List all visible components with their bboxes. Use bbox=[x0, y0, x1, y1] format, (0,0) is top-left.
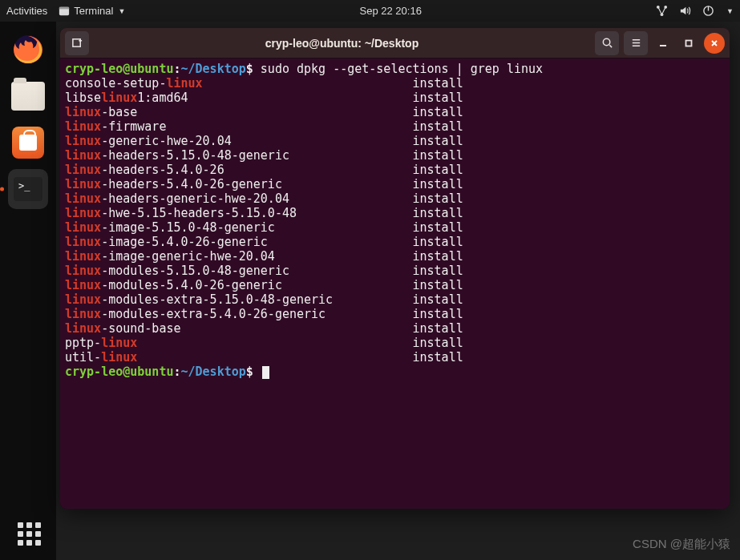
app-menu[interactable]: Terminal ▼ bbox=[59, 5, 125, 17]
output-line: linux-generic-hwe-20.04 install bbox=[65, 134, 725, 148]
system-status-area[interactable]: ▼ bbox=[656, 5, 734, 17]
output-line: console-setup-linux install bbox=[65, 76, 725, 91]
output-line: linux-headers-5.4.0-26 install bbox=[65, 163, 725, 177]
output-line: linux-image-5.4.0-26-generic install bbox=[65, 235, 725, 249]
dropdown-triangle-icon: ▼ bbox=[726, 7, 734, 15]
top-bar-left: Activities Terminal ▼ bbox=[6, 5, 125, 17]
new-tab-button[interactable] bbox=[65, 31, 89, 55]
close-icon bbox=[710, 39, 718, 47]
power-icon bbox=[702, 5, 714, 17]
new-tab-icon bbox=[71, 37, 83, 49]
activities-label: Activities bbox=[6, 5, 47, 17]
output-line: linux-modules-5.15.0-48-generic install bbox=[65, 264, 725, 278]
dock-terminal[interactable]: >_ bbox=[8, 169, 48, 209]
ubuntu-software-icon bbox=[12, 127, 44, 159]
window-title: cryp-leo@ubuntu: ~/Desktop bbox=[94, 37, 590, 50]
dropdown-triangle-icon: ▼ bbox=[118, 7, 125, 15]
dock-software[interactable] bbox=[8, 123, 48, 163]
menu-button[interactable] bbox=[624, 31, 648, 55]
output-line: linux-sound-base install bbox=[65, 321, 725, 336]
svg-rect-17 bbox=[686, 40, 692, 46]
output-line: linux-image-5.15.0-48-generic install bbox=[65, 220, 725, 235]
output-line: linux-headers-generic-hwe-20.04 install bbox=[65, 191, 725, 206]
terminal-icon: >_ bbox=[14, 177, 42, 201]
output-line: libselinux1:amd64 install bbox=[65, 91, 725, 105]
clock[interactable]: Sep 22 20:16 bbox=[360, 5, 422, 17]
prompt-line: cryp-leo@ubuntu:~/Desktop$ sudo dpkg --g… bbox=[65, 62, 725, 76]
show-applications-button[interactable] bbox=[18, 522, 41, 546]
clock-label: Sep 22 20:16 bbox=[360, 5, 422, 17]
output-line: linux-headers-5.4.0-26-generic install bbox=[65, 177, 725, 191]
search-icon bbox=[601, 37, 613, 49]
terminal-window: cryp-leo@ubuntu: ~/Desktop cryp-leo@ubun… bbox=[60, 28, 730, 509]
maximize-button[interactable] bbox=[678, 33, 699, 54]
activities-button[interactable]: Activities bbox=[6, 5, 47, 17]
hamburger-icon bbox=[630, 37, 642, 49]
output-line: linux-base install bbox=[65, 105, 725, 119]
search-button[interactable] bbox=[595, 31, 619, 55]
output-line: util-linux install bbox=[65, 350, 725, 365]
terminal-menu-icon bbox=[59, 6, 70, 17]
output-line: linux-headers-5.15.0-48-generic install bbox=[65, 148, 725, 163]
gnome-top-bar: Activities Terminal ▼ Sep 22 20:16 ▼ bbox=[0, 0, 740, 22]
minimize-icon bbox=[659, 39, 667, 47]
app-menu-label: Terminal bbox=[74, 5, 113, 17]
svg-rect-1 bbox=[59, 6, 69, 9]
terminal-output[interactable]: cryp-leo@ubuntu:~/Desktop$ sudo dpkg --g… bbox=[60, 58, 730, 509]
svg-line-12 bbox=[609, 45, 612, 47]
svg-point-11 bbox=[603, 38, 609, 45]
watermark: CSDN @超能小猿 bbox=[633, 537, 730, 552]
cursor bbox=[262, 366, 269, 379]
ubuntu-dock: >_ bbox=[0, 22, 56, 560]
firefox-icon bbox=[12, 34, 44, 66]
output-line: linux-modules-extra-5.15.0-48-generic in… bbox=[65, 292, 725, 307]
window-header: cryp-leo@ubuntu: ~/Desktop bbox=[60, 28, 730, 58]
dock-firefox[interactable] bbox=[8, 30, 48, 70]
output-line: linux-modules-5.4.0-26-generic install bbox=[65, 278, 725, 292]
maximize-icon bbox=[685, 39, 693, 47]
output-line: linux-firmware install bbox=[65, 119, 725, 134]
dock-files[interactable] bbox=[8, 76, 48, 116]
output-line: linux-image-generic-hwe-20.04 install bbox=[65, 249, 725, 264]
minimize-button[interactable] bbox=[653, 33, 673, 54]
output-line: linux-modules-extra-5.4.0-26-generic ins… bbox=[65, 307, 725, 321]
close-button[interactable] bbox=[704, 33, 725, 54]
output-line: pptp-linux install bbox=[65, 336, 725, 350]
prompt-line: cryp-leo@ubuntu:~/Desktop$ bbox=[65, 365, 725, 379]
header-right bbox=[595, 31, 725, 55]
network-icon bbox=[656, 5, 668, 17]
output-line: linux-hwe-5.15-headers-5.15.0-48 install bbox=[65, 206, 725, 220]
volume-icon bbox=[679, 5, 691, 17]
files-icon bbox=[11, 82, 45, 111]
